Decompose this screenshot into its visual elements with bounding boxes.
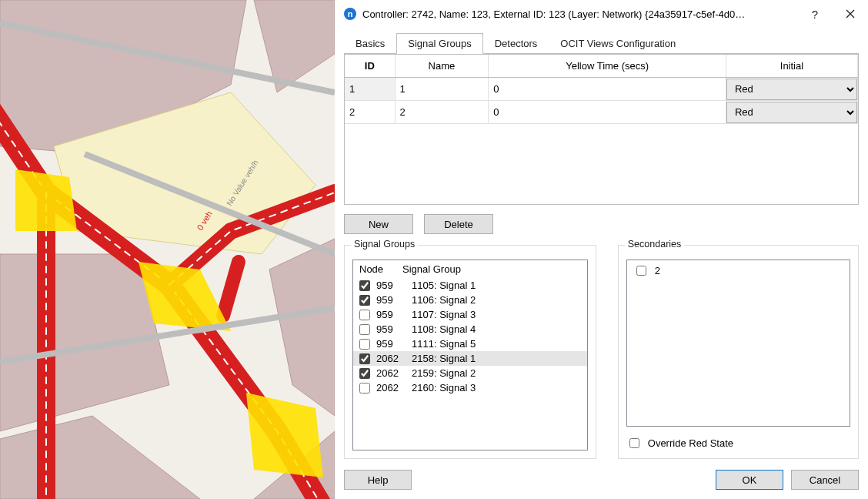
signal-group-checkbox[interactable] (359, 280, 370, 291)
delete-button[interactable]: Delete (424, 214, 493, 234)
tab-signal-groups[interactable]: Signal Groups (396, 33, 482, 54)
signal-group-node: 959 (376, 338, 407, 350)
grid-header[interactable]: Initial (726, 55, 857, 78)
signal-group-row[interactable]: 9591105: Signal 1 (353, 278, 587, 293)
signal-group-label: 1111: Signal 5 (412, 338, 476, 350)
listbox-header-sg: Signal Group (402, 263, 461, 275)
controller-dialog: n Controller: 2742, Name: 123, External … (335, 0, 868, 499)
secondaries-panel: Secondaries 2 Override Red State (618, 245, 859, 459)
grid-header[interactable]: Yellow Time (secs) (489, 55, 726, 78)
signal-group-label: 1108: Signal 4 (412, 323, 476, 335)
help-button[interactable]: Help (344, 470, 412, 490)
signal-group-checkbox[interactable] (359, 310, 370, 320)
secondaries-legend: Secondaries (625, 239, 685, 250)
signal-group-row[interactable]: 9591108: Signal 4 (353, 322, 587, 337)
secondary-checkbox[interactable] (636, 266, 646, 276)
override-checkbox[interactable] (629, 438, 639, 448)
signal-group-node: 959 (376, 309, 407, 320)
svg-marker-7 (15, 169, 77, 231)
cancel-button[interactable]: Cancel (791, 470, 859, 490)
map-canvas[interactable]: 0 veh No Value veh/h (0, 0, 335, 499)
signal-group-checkbox[interactable] (359, 324, 370, 335)
signal-groups-legend: Signal Groups (351, 239, 418, 250)
override-red-state[interactable]: Override Red State (626, 436, 850, 450)
new-button[interactable]: New (344, 214, 413, 234)
signal-group-label: 2160: Signal 3 (412, 382, 476, 394)
tab-bar: BasicsSignal GroupsDetectorsOCIT Views C… (344, 32, 859, 54)
signal-group-label: 2158: Signal 1 (412, 353, 476, 364)
secondaries-listbox[interactable]: 2 (626, 260, 850, 427)
signal-group-row[interactable]: 9591107: Signal 3 (353, 307, 587, 322)
tab-detectors[interactable]: Detectors (483, 33, 549, 54)
signal-group-row[interactable]: 9591111: Signal 5 (353, 337, 587, 351)
tab-ocit-views-configuration[interactable]: OCIT Views Configuration (549, 33, 687, 54)
signal-group-label: 1105: Signal 1 (412, 280, 476, 291)
secondary-label: 2 (655, 265, 660, 276)
signal-group-label: 1107: Signal 3 (412, 309, 476, 320)
signal-group-node: 959 (376, 280, 407, 291)
signal-groups-listbox[interactable]: NodeSignal Group9591105: Signal 19591106… (352, 260, 588, 450)
app-icon: n (344, 8, 356, 20)
grid-cell-initial[interactable]: RedGreenYellow (726, 101, 857, 124)
signal-group-node: 959 (376, 323, 407, 335)
title-bar: n Controller: 2742, Name: 123, External … (335, 0, 868, 28)
initial-select[interactable]: RedGreenYellow (726, 79, 857, 100)
grid-header[interactable]: ID (345, 55, 395, 78)
signal-group-checkbox[interactable] (359, 383, 370, 394)
signal-groups-panel: Signal Groups NodeSignal Group9591105: S… (344, 245, 596, 459)
signal-group-grid[interactable]: IDNameYellow Time (secs)Initial110RedGre… (344, 54, 859, 205)
signal-group-node: 959 (376, 294, 407, 306)
grid-cell[interactable]: 0 (489, 101, 726, 124)
signal-group-checkbox[interactable] (359, 368, 370, 379)
close-icon[interactable] (833, 0, 868, 28)
grid-cell[interactable]: 1 (395, 78, 489, 101)
signal-group-row[interactable]: 20622160: Signal 3 (353, 380, 587, 395)
signal-group-checkbox[interactable] (359, 339, 370, 350)
grid-cell[interactable]: 2 (345, 101, 395, 124)
ok-button[interactable]: OK (716, 470, 783, 490)
tab-basics[interactable]: Basics (344, 33, 396, 54)
grid-cell[interactable]: 2 (395, 101, 489, 124)
signal-group-checkbox[interactable] (359, 353, 370, 364)
initial-select[interactable]: RedGreenYellow (726, 102, 857, 123)
svg-marker-6 (269, 239, 335, 416)
grid-cell[interactable]: 0 (489, 78, 726, 101)
window-title: Controller: 2742, Name: 123, External ID… (362, 8, 797, 20)
secondary-row[interactable]: 2 (627, 260, 850, 281)
grid-header[interactable]: Name (395, 55, 489, 78)
svg-marker-4 (0, 416, 200, 499)
listbox-header-node: Node (359, 263, 402, 275)
override-label: Override Red State (648, 437, 733, 449)
grid-cell-initial[interactable]: RedGreenYellow (726, 78, 857, 101)
signal-group-checkbox[interactable] (359, 295, 370, 306)
grid-cell[interactable]: 1 (345, 78, 395, 101)
help-icon[interactable]: ? (797, 0, 833, 28)
signal-group-row[interactable]: 20622159: Signal 2 (353, 366, 587, 380)
signal-group-node: 2062 (376, 382, 407, 394)
signal-group-node: 2062 (376, 367, 407, 379)
signal-group-node: 2062 (376, 353, 407, 364)
svg-marker-9 (246, 393, 323, 477)
signal-group-label: 1106: Signal 2 (412, 294, 476, 306)
signal-group-row[interactable]: 9591106: Signal 2 (353, 293, 587, 307)
signal-group-label: 2159: Signal 2 (412, 367, 476, 379)
dialog-footer: Help OK Cancel (335, 465, 868, 499)
signal-group-row[interactable]: 20622158: Signal 1 (353, 351, 587, 366)
